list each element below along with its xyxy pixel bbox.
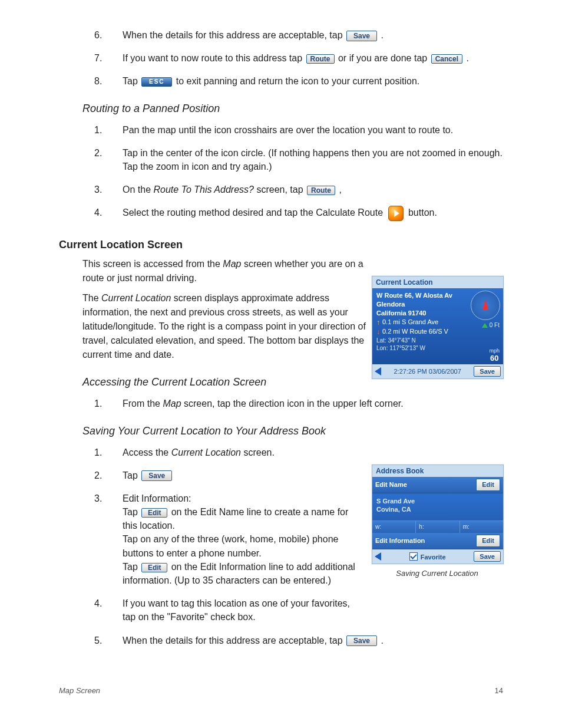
save-button[interactable]: Save — [141, 470, 172, 481]
compass-icon — [471, 291, 500, 320]
edit-name-label: Edit Name — [375, 480, 407, 489]
work-phone-field[interactable]: w: — [372, 521, 416, 533]
edit-info-label: Edit Information — [375, 536, 425, 545]
screen-title: Address Book — [372, 465, 503, 477]
curloc-para-2: The Current Location screen displays app… — [82, 291, 377, 362]
access-steps-list: 1. From the Map screen, tap the directio… — [59, 397, 503, 410]
heading-saving: Saving Your Current Location to Your Add… — [82, 425, 503, 437]
save-button[interactable]: Save — [346, 635, 377, 646]
route-button[interactable]: Route — [306, 54, 335, 64]
pan-step-2: 2. Tap in the center of the icon circle.… — [94, 146, 503, 173]
back-icon[interactable] — [375, 552, 381, 561]
page-footer: Map Screen 14 — [59, 686, 503, 695]
save-step-5: 5. When the details for this address are… — [94, 634, 503, 647]
save-button[interactable]: Save — [474, 366, 501, 377]
arrow-up-icon: ↑ — [376, 318, 380, 327]
step-6: 6. When the details for this address are… — [94, 28, 503, 42]
back-icon[interactable] — [375, 367, 381, 375]
heading-current-location: Current Location Screen — [59, 239, 503, 251]
esc-button[interactable]: ESC — [141, 77, 172, 87]
edit-button[interactable]: Edit — [141, 508, 167, 518]
edit-button[interactable]: Edit — [476, 479, 500, 491]
heading-routing-panned: Routing to a Panned Position — [82, 103, 503, 115]
save-step-4: 4. If you want to tag this location as o… — [94, 597, 503, 624]
address-block: S Grand Ave Covina, CA — [372, 493, 503, 521]
current-location-screenshot: Current Location W Route 66, W Alosta Av… — [372, 276, 503, 379]
mobile-phone-field[interactable]: m: — [460, 521, 503, 533]
step-7: 7. If you want to now route to this addr… — [94, 51, 503, 65]
calculate-route-icon[interactable] — [388, 206, 404, 221]
pan-steps-list: 1. Pan the map until the icon crosshairs… — [59, 123, 503, 222]
step-8: 8. Tap ESC to exit panning and return th… — [94, 74, 503, 88]
pan-step-4: 4. Select the routing method desired and… — [94, 206, 503, 221]
speed-readout: mph60 — [489, 347, 500, 362]
page-number: 14 — [495, 686, 503, 695]
screen-title: Current Location — [372, 276, 503, 288]
arrow-down-icon: ↓ — [376, 327, 380, 337]
elevation-readout: 0 Ft — [482, 321, 500, 330]
favorite-checkbox[interactable] — [409, 552, 418, 561]
pan-step-1: 1. Pan the map until the icon crosshairs… — [94, 123, 503, 137]
edit-button[interactable]: Edit — [476, 535, 500, 547]
elevation-icon — [482, 323, 488, 328]
curloc-para-1: This screen is accessed from the Map scr… — [82, 257, 377, 285]
top-steps-list: 6. When the details for this address are… — [59, 28, 503, 88]
save-button[interactable]: Save — [346, 31, 377, 41]
access-step-1: 1. From the Map screen, tap the directio… — [94, 397, 503, 410]
home-phone-field[interactable]: h: — [416, 521, 459, 533]
edit-button[interactable]: Edit — [141, 563, 167, 572]
figure-caption: Saving Current Location — [372, 569, 503, 578]
datetime-readout: 2:27:26 PM 03/06/2007 — [385, 368, 470, 375]
save-button[interactable]: Save — [474, 551, 501, 562]
address-book-screenshot: Address Book Edit Name Edit S Grand Ave … — [372, 465, 503, 578]
cancel-button[interactable]: Cancel — [431, 54, 462, 64]
footer-section: Map Screen — [59, 686, 100, 695]
save-step-1: 1. Access the Current Location screen. — [94, 446, 503, 459]
route-button[interactable]: Route — [307, 186, 335, 195]
pan-step-3: 3. On the Route To This Address? screen,… — [94, 183, 503, 196]
